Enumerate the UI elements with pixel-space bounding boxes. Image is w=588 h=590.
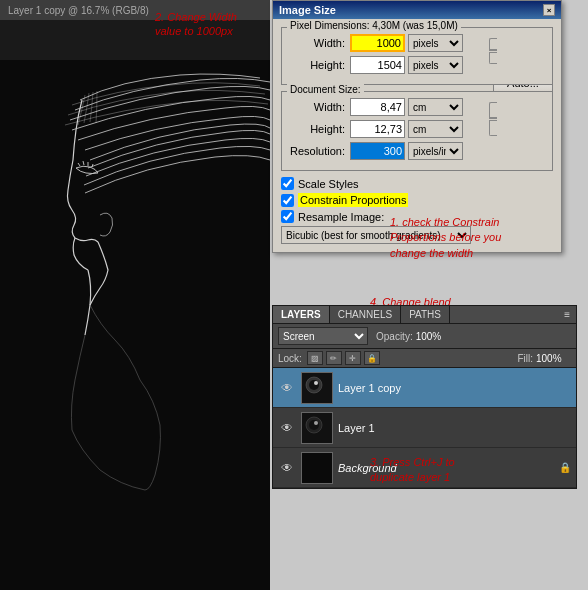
height-unit-select[interactable]: pixels (408, 56, 463, 74)
height-label: Height: (290, 59, 350, 71)
svg-rect-13 (302, 453, 332, 483)
resolution-label: Resolution: (290, 145, 350, 157)
lock-position-button[interactable]: ✛ (345, 351, 361, 365)
lock-image-pixels-button[interactable]: ✏ (326, 351, 342, 365)
fill-label: Fill: (517, 353, 533, 364)
resolution-input[interactable] (350, 142, 405, 160)
dialog-close-button[interactable]: × (543, 4, 555, 16)
doc-height-field-row: Height: cm (290, 120, 482, 138)
layer-thumbnail (301, 452, 333, 484)
portrait-container (0, 60, 270, 590)
chain-link-icon (489, 38, 497, 64)
document-size-section: Document Size: Width: cm Height: (281, 91, 553, 171)
channels-tab[interactable]: CHANNELS (330, 306, 401, 323)
constrain-proportions-label: Constrain Proportions (298, 193, 408, 207)
scale-styles-label: Scale Styles (298, 178, 359, 190)
layer-thumbnail (301, 372, 333, 404)
annotation-change-width: 2. Change Width value to 1000px (155, 10, 275, 39)
resample-image-checkbox[interactable] (281, 210, 294, 223)
layer-visibility-toggle[interactable]: 👁 (278, 459, 296, 477)
blend-mode-select[interactable]: Screen Normal Multiply Overlay (278, 327, 368, 345)
lock-transparent-pixels-button[interactable]: ▨ (307, 351, 323, 365)
svg-point-11 (309, 420, 319, 430)
width-unit-select[interactable]: pixels (408, 34, 463, 52)
layers-panel-options-button[interactable]: ≡ (558, 306, 576, 323)
layer-item[interactable]: 👁 Layer 1 (273, 408, 576, 448)
dialog-title-bar: Image Size × (273, 1, 561, 19)
canvas-info-text: Layer 1 copy @ 16.7% (RGB/8) (8, 5, 149, 16)
pixel-dimensions-section: Pixel Dimensions: 4,30M (was 15,0M) Widt… (281, 27, 553, 85)
doc-height-input[interactable] (350, 120, 405, 138)
fill-value: 100% (536, 353, 571, 364)
lock-icons: ▨ ✏ ✛ 🔒 (307, 351, 380, 365)
resolution-unit-select[interactable]: pixels/inch (408, 142, 463, 160)
opacity-label: Opacity: (376, 331, 413, 342)
doc-width-field-row: Width: cm (290, 98, 482, 116)
annotation-constrain: 1. check the Constrain Proportions befor… (390, 215, 570, 261)
layers-tab-bar: LAYERS CHANNELS PATHS ≡ (273, 306, 576, 324)
layer-lock-icon: 🔒 (559, 462, 571, 473)
annotation-duplicate-layer: 3. Press Ctrl+J to duplicate layer 1 (370, 455, 555, 486)
lock-all-button[interactable]: 🔒 (364, 351, 380, 365)
constrain-proportions-row: Constrain Proportions (281, 193, 483, 207)
layer-visibility-toggle[interactable]: 👁 (278, 419, 296, 437)
width-input[interactable] (350, 34, 405, 52)
scale-styles-row: Scale Styles (281, 177, 483, 190)
document-size-label: Document Size: (287, 84, 364, 95)
layers-blend-opacity-row: Screen Normal Multiply Overlay Opacity: … (273, 324, 576, 349)
layer-name: Layer 1 copy (338, 382, 571, 394)
opacity-value: 100% (416, 331, 451, 342)
layers-lock-row: Lock: ▨ ✏ ✛ 🔒 Fill: 100% (273, 349, 576, 368)
layers-tab[interactable]: LAYERS (273, 306, 330, 323)
svg-point-8 (314, 381, 318, 385)
paths-tab[interactable]: PATHS (401, 306, 450, 323)
layer-visibility-toggle[interactable]: 👁 (278, 379, 296, 397)
resolution-field-row: Resolution: pixels/inch (290, 142, 482, 160)
constrain-proportions-checkbox[interactable] (281, 194, 294, 207)
document-size-box: Document Size: Width: cm Height: (281, 91, 553, 171)
portrait-svg (0, 60, 270, 590)
svg-point-7 (309, 380, 319, 390)
chain-link-icon-2 (489, 102, 497, 136)
doc-height-unit-select[interactable]: cm (408, 120, 463, 138)
doc-width-unit-select[interactable]: cm (408, 98, 463, 116)
height-input[interactable] (350, 56, 405, 74)
scale-styles-checkbox[interactable] (281, 177, 294, 190)
canvas-area: Layer 1 copy @ 16.7% (RGB/8) (0, 0, 270, 590)
pixel-dimensions-box: Pixel Dimensions: 4,30M (was 15,0M) Widt… (281, 27, 553, 85)
doc-width-input[interactable] (350, 98, 405, 116)
pixel-dimensions-label: Pixel Dimensions: 4,30M (was 15,0M) (287, 20, 461, 31)
width-field-row: Width: pixels (290, 34, 482, 52)
layer-thumbnail (301, 412, 333, 444)
dialog-title: Image Size (279, 4, 336, 16)
layer-item[interactable]: 👁 Layer 1 copy (273, 368, 576, 408)
resample-image-label: Resample Image: (298, 211, 384, 223)
doc-width-label: Width: (290, 101, 350, 113)
doc-height-label: Height: (290, 123, 350, 135)
height-field-row: Height: pixels (290, 56, 482, 74)
layer-name: Layer 1 (338, 422, 571, 434)
width-label: Width: (290, 37, 350, 49)
lock-label: Lock: (278, 353, 302, 364)
svg-point-12 (314, 421, 318, 425)
